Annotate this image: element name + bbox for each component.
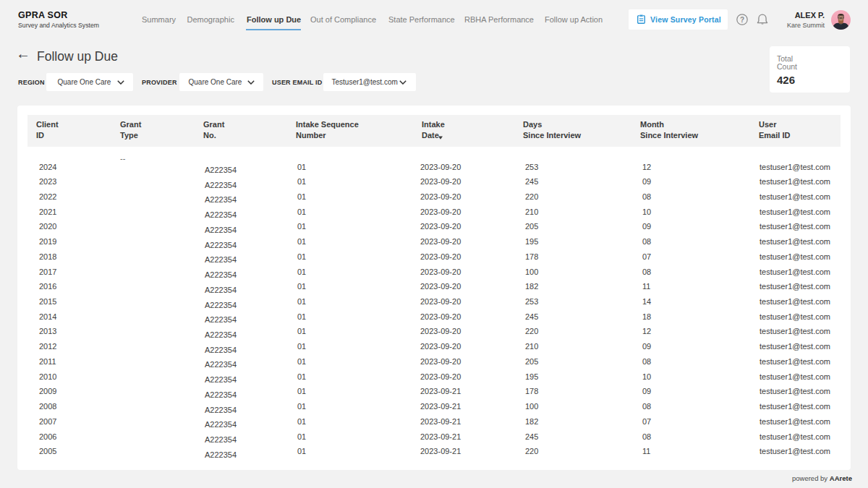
svg-text:?: ? (740, 16, 744, 24)
